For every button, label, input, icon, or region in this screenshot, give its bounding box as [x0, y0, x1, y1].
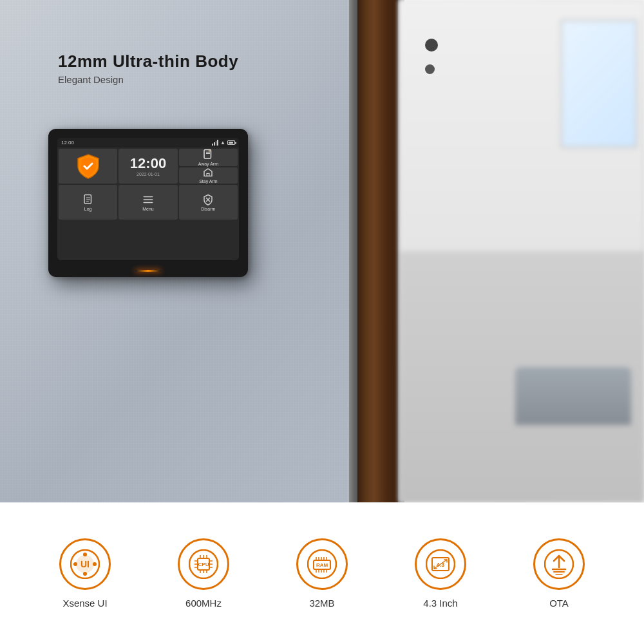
text-overlay: 12mm Ultra-thin Body Elegant Design — [58, 52, 238, 85]
room-interior — [399, 0, 644, 502]
ota-label: OTA — [549, 598, 569, 609]
speaker-mount — [425, 64, 435, 74]
right-col: Away Arm Stay Arm — [179, 149, 238, 184]
disarm-icon — [202, 194, 214, 205]
stay-arm-label: Stay Arm — [199, 179, 217, 184]
feature-ram: RAM 32MB — [296, 538, 348, 609]
svg-point-19 — [83, 572, 87, 576]
log-cell[interactable]: Log — [59, 185, 117, 220]
feature-cpu: CPU 600MHz — [178, 538, 229, 609]
menu-cell[interactable]: Menu — [118, 185, 177, 220]
disarm-cell[interactable]: Disarm — [179, 185, 238, 220]
cpu-label: 600MHz — [185, 598, 222, 609]
svg-point-20 — [73, 562, 77, 566]
status-bar: 12:00 ▲ — [57, 138, 239, 147]
camera-mount — [425, 39, 438, 52]
status-icons: ▲ — [212, 140, 235, 146]
away-arm-label: Away Arm — [198, 162, 218, 166]
screen-circle: 4.3 — [415, 538, 466, 590]
away-arm-icon — [202, 149, 214, 160]
log-icon — [82, 194, 94, 205]
device-body: 12:00 ▲ — [48, 129, 248, 277]
device-screen: 12:00 ▲ — [57, 138, 239, 260]
screen-grid: 12:00 2022-01-01 — [57, 147, 239, 221]
clock-date: 2022-01-01 — [137, 172, 160, 176]
wifi-icon: ▲ — [220, 140, 225, 146]
ram-label: 32MB — [309, 598, 334, 609]
status-time: 12:00 — [61, 140, 74, 146]
menu-icon — [142, 194, 154, 205]
away-arm-cell[interactable]: Away Arm — [179, 149, 238, 166]
screen-label: 4.3 Inch — [423, 598, 457, 609]
shield-cell — [59, 149, 117, 184]
stay-arm-cell[interactable]: Stay Arm — [179, 167, 238, 184]
signal-icon — [212, 140, 218, 146]
svg-text:4.3: 4.3 — [437, 562, 445, 568]
ram-icon: RAM — [307, 549, 337, 579]
cpu-circle: CPU — [178, 538, 229, 590]
clock-time: 12:00 — [130, 156, 166, 171]
door-frame — [357, 0, 399, 502]
ram-circle: RAM — [296, 538, 348, 590]
log-label: Log — [84, 207, 92, 211]
shield-icon-large — [74, 152, 102, 180]
stay-arm-icon — [203, 167, 213, 178]
screen-size-icon: 4.3 — [426, 549, 455, 579]
cpu-icon: CPU — [189, 549, 218, 579]
svg-text:RAM: RAM — [316, 562, 328, 568]
feature-screen: 4.3 4.3 Inch — [415, 538, 466, 609]
svg-point-21 — [93, 562, 97, 566]
room-sofa — [515, 367, 631, 425]
feature-xsense-ui: UI Xsense UI — [59, 538, 111, 609]
clock-cell: 12:00 2022-01-01 — [118, 149, 177, 184]
subheadline: Elegant Design — [58, 74, 238, 85]
svg-point-18 — [83, 553, 87, 556]
disarm-label: Disarm — [201, 207, 215, 211]
svg-text:UI: UI — [80, 559, 90, 569]
feature-ota: OTA — [533, 538, 585, 609]
room-window — [560, 19, 638, 148]
svg-text:CPU: CPU — [198, 562, 209, 567]
ota-circle — [533, 538, 585, 590]
led-indicator — [135, 270, 161, 272]
device-container: 12:00 ▲ — [48, 129, 248, 277]
headline: 12mm Ultra-thin Body — [58, 52, 238, 71]
menu-label: Menu — [142, 207, 154, 211]
xsense-ui-label: Xsense UI — [62, 598, 107, 609]
xsense-ui-circle: UI — [59, 538, 111, 590]
photo-section: 12mm Ultra-thin Body Elegant Design 12:0… — [0, 0, 644, 502]
main-container: 12mm Ultra-thin Body Elegant Design 12:0… — [0, 0, 644, 644]
features-section: UI Xsense UI — [0, 502, 644, 644]
battery-icon — [227, 140, 235, 145]
ota-icon — [544, 549, 574, 579]
svg-rect-6 — [84, 194, 91, 204]
ui-icon: UI — [70, 549, 100, 579]
